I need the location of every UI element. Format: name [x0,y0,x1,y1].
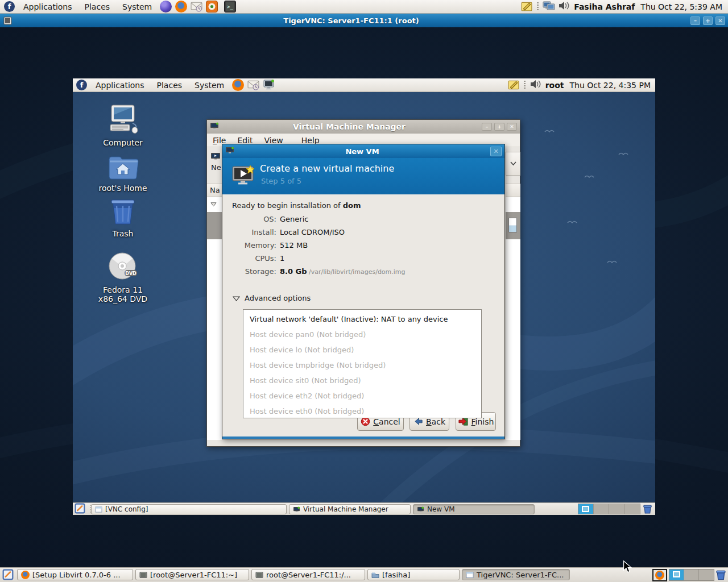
vmm-toolbar-new-icon[interactable] [210,152,221,163]
web-browser-launcher-icon[interactable] [206,1,218,13]
firefox-launcher-icon[interactable] [175,1,187,13]
new-vm-close-button[interactable]: ✕ [490,147,502,156]
guest-user-switcher[interactable]: root [543,81,566,90]
guest-menu-applications[interactable]: Applications [89,78,151,92]
vmm-window-title: Virtual Machine Manager [219,122,479,131]
host-menu-applications[interactable]: Applications [17,0,78,13]
vmm-view-combobox[interactable] [506,152,520,176]
task-label: [root@Server1-FC11:~] [150,571,237,579]
terminal-launcher-icon[interactable]: >_ [224,1,236,13]
firefox-icon [21,571,30,579]
summary-value-install: Local CDROM/ISO [280,228,345,236]
guest-top-panel: f Applications Places System [73,78,655,92]
guest-note-icon[interactable] [508,79,520,91]
advanced-options-expander[interactable]: Advanced options [233,294,311,302]
vmm-selected-row-left[interactable] [207,212,222,239]
guest-clock[interactable]: Thu Oct 22, 4:35 PM [566,81,655,90]
host-task-tigervnc[interactable]: TigerVNC: Server1-FC... [462,569,570,580]
mail-launcher-icon[interactable] [191,1,202,13]
vmm-close-button[interactable]: ✕ [507,123,517,131]
workspace-1[interactable] [669,569,684,580]
guest-menu-places[interactable]: Places [151,78,189,92]
vnc-content-area: f Applications Places System [0,27,728,567]
vnc-maximize-button[interactable]: + [703,16,713,25]
new-vm-header-step: Step 5 of 5 [261,177,301,185]
guest-show-desktop-button[interactable] [75,503,86,515]
expander-triangle-icon [233,296,240,301]
display-settings-icon[interactable] [543,1,555,13]
vmm-toolbar-new-label[interactable]: Ne [211,163,221,172]
vmm-selected-row-right[interactable] [506,212,520,239]
host-task-terminal-1[interactable]: [root@Server1-FC11:~] [135,569,249,580]
network-option-default[interactable]: Virtual network 'default' (Inactive): NA… [243,311,481,327]
vmm-window-icon [210,122,219,132]
workspace-3[interactable] [699,569,714,580]
task-virtual-machine-manager[interactable]: Virtual Machine Manager [289,504,411,514]
eclipse-launcher-icon[interactable] [160,1,172,13]
host-volume-icon[interactable] [558,1,570,13]
desktop-icon-trash[interactable]: Trash [89,198,157,238]
guest-workspace-switcher [578,504,640,514]
host-clock[interactable]: Thu Oct 22, 5:39 AM [637,2,728,11]
vmm-column-header[interactable]: Na [207,184,222,197]
vm-monitor-icon [293,506,300,513]
workspace-1[interactable] [578,504,594,514]
network-option-eth0: Host device eth0 (Not bridged) [243,404,481,419]
mouse-cursor [621,560,634,574]
vmm-host-row[interactable] [207,197,222,212]
setroubleshoot-note-icon[interactable] [521,1,533,13]
svg-text:f: f [80,81,84,89]
guest-trash-applet[interactable] [643,504,652,516]
vmm-column-header-right[interactable] [506,184,520,197]
network-option-pan0: Host device pan0 (Not bridged) [243,327,481,342]
task-new-vm[interactable]: New VM [413,504,535,514]
trash-bin-icon [109,198,136,225]
folder-icon [371,571,379,579]
workspace-window-thumb [582,506,589,512]
advanced-options-label: Advanced options [245,294,311,302]
vmm-maximize-button[interactable]: + [494,123,504,131]
guest-tray-separator [524,81,526,90]
vmm-list-right-blank [506,239,520,440]
guest-volume-icon[interactable] [530,79,541,91]
summary-key-memory: Memory: [231,241,276,250]
task-vnc-config[interactable]: [VNC config] [91,504,287,514]
guest-mail-launcher-icon[interactable] [247,79,259,91]
svg-text:f: f [8,2,11,11]
workspace-2[interactable] [684,569,699,580]
desktop-icon-fedora-dvd[interactable]: DVD Fedora 11 x86_64 DVD [89,252,157,304]
vmm-titlebar[interactable]: Virtual Machine Manager – + ✕ [207,120,520,134]
desktop-icon-computer[interactable]: Computer [89,105,157,147]
host-task-setup-libvirt[interactable]: [Setup Libvirt 0.7.0-6 ... [17,569,133,580]
vnc-close-button[interactable]: ✕ [715,16,725,25]
vnc-minimize-button[interactable]: – [690,16,700,25]
vmm-row-right-blank [506,197,520,212]
guest-firefox-launcher-icon[interactable] [232,79,244,91]
host-trash-applet[interactable] [715,569,726,582]
host-task-terminal-2[interactable]: root@Server1-FC11:/... [251,569,365,580]
firefox-icon [655,571,664,580]
dvd-disc-icon: DVD [107,252,138,281]
host-firefox-window-indicator[interactable] [652,569,667,581]
host-task-fasiha-folder[interactable]: [fasiha] [367,569,460,580]
host-menu-system[interactable]: System [116,0,158,13]
desktop-icon-roots-home[interactable]: root's Home [89,155,157,193]
workspace-2[interactable] [594,504,609,514]
workspace-3[interactable] [609,504,624,514]
vmm-minimize-button[interactable]: – [482,123,492,131]
host-tray-separator [537,2,539,11]
host-menu-places[interactable]: Places [78,0,117,13]
new-vm-header: Create a new virtual machine Step 5 of 5 [222,158,504,194]
workspace-4[interactable] [624,504,640,514]
vnc-window-titlebar[interactable]: TigerVNC: Server1-FC11:1 (root) – + ✕ [0,14,728,27]
guest-display-launcher-icon[interactable] [263,79,275,91]
guest-menu-system[interactable]: System [188,78,230,92]
host-user-switcher[interactable]: Fasiha Ashraf [572,2,637,11]
guest-fedora-logo-icon[interactable]: f [76,79,88,91]
fedora-logo-icon[interactable]: f [3,1,15,13]
task-label: TigerVNC: Server1-FC... [477,571,564,579]
host-show-desktop-button[interactable] [2,569,14,581]
dialog-bottom-accent [222,436,504,439]
new-vm-titlebar[interactable]: New VM ✕ [222,144,504,158]
summary-value-storage: 8.0 Gb [280,267,307,276]
